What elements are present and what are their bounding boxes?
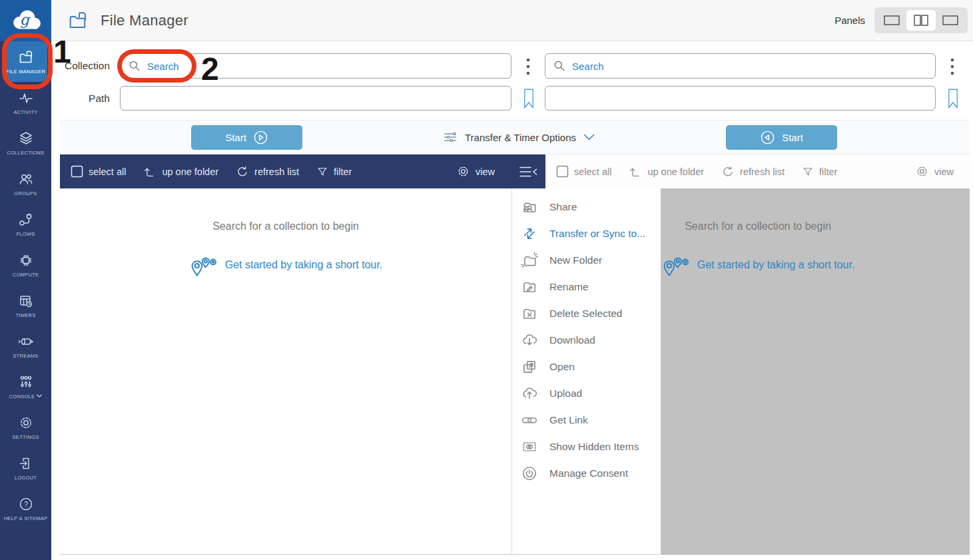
- timers-icon: [18, 293, 34, 309]
- sidebar-item-label: TIMERS: [15, 312, 35, 318]
- refresh-icon: [721, 165, 735, 178]
- path-input-right[interactable]: [545, 86, 936, 111]
- path-input-left[interactable]: [120, 86, 511, 111]
- collection-search-left: [120, 53, 511, 79]
- panels-control: Panels: [834, 7, 968, 33]
- menu-item-upload[interactable]: Upload: [512, 380, 659, 407]
- globus-logo[interactable]: g: [0, 0, 51, 41]
- sidebar-item-label: FILE MANAGER: [6, 69, 45, 75]
- up-one-folder-left[interactable]: up one folder: [143, 165, 218, 178]
- up-one-folder-right[interactable]: up one folder: [629, 165, 704, 178]
- groups-icon: [18, 171, 34, 187]
- menu-item-manage-consent[interactable]: Manage Consent: [512, 460, 659, 487]
- collection-label: Collection: [60, 60, 110, 72]
- menu-item-rename[interactable]: Rename: [512, 274, 659, 300]
- single-panel-left-button[interactable]: [877, 10, 906, 31]
- file-manager-title-icon: [66, 10, 90, 31]
- collection-menu-left-button[interactable]: [523, 57, 533, 77]
- collections-icon: [18, 131, 34, 146]
- menu-item-label: Show Hidden Items: [549, 441, 639, 453]
- sidebar-item-timers[interactable]: TIMERS: [0, 285, 51, 326]
- play-left-icon: [760, 130, 775, 145]
- download-icon: [520, 332, 539, 349]
- sidebar-item-help-sitemap[interactable]: ? HELP & SITEMAP: [0, 488, 51, 529]
- select-all-right[interactable]: select all: [556, 165, 611, 178]
- search-icon: [128, 59, 141, 73]
- sidebar-item-logout[interactable]: LOGOUT: [0, 447, 51, 488]
- bookmark-left-button[interactable]: [523, 87, 534, 110]
- view-right[interactable]: view: [915, 164, 954, 178]
- empty-state-left: Search for a collection to begin Get sta…: [60, 188, 511, 276]
- sidebar-item-file-manager[interactable]: FILE MANAGER: [5, 41, 47, 82]
- sidebar-item-activity[interactable]: ACTIVITY: [0, 82, 51, 123]
- filter-left[interactable]: filter: [316, 166, 352, 178]
- collapse-menu-button[interactable]: [519, 165, 537, 178]
- collection-search-input-right[interactable]: [545, 53, 936, 79]
- link-icon: [520, 412, 539, 429]
- filter-right[interactable]: filter: [802, 166, 837, 178]
- tour-link-left[interactable]: Get started by taking a short tour.: [189, 254, 383, 276]
- kebab-menu-icon: [526, 57, 530, 76]
- collapse-menu-icon: [519, 165, 537, 178]
- collection-search-input-left[interactable]: [120, 53, 511, 79]
- kebab-menu-icon: [950, 57, 954, 76]
- transfer-timer-options-dropdown[interactable]: Transfer & Timer Options: [443, 121, 595, 154]
- gear-icon: [915, 164, 929, 178]
- sidebar-item-compute[interactable]: COMPUTE: [0, 244, 51, 285]
- menu-item-get-link[interactable]: Get Link: [512, 407, 659, 433]
- view-left[interactable]: view: [456, 164, 495, 178]
- sidebar-item-settings[interactable]: SETTINGS: [0, 407, 51, 447]
- gear-icon: [456, 164, 470, 178]
- logout-icon: [18, 455, 34, 471]
- play-right-icon: [253, 130, 268, 145]
- sidebar-item-streams[interactable]: STREAMS: [0, 326, 51, 366]
- dual-panel-button[interactable]: [906, 10, 936, 31]
- menu-item-open[interactable]: Open: [512, 354, 659, 380]
- sidebar-item-label: FLOWS: [16, 231, 35, 237]
- view-label: view: [934, 166, 954, 177]
- delete-icon: [520, 305, 539, 322]
- menu-item-show-hidden[interactable]: Show Hidden Items: [512, 433, 659, 460]
- sidebar-item-label: ACTIVITY: [13, 109, 37, 115]
- tour-link-right[interactable]: Get started by taking a short tour.: [661, 254, 855, 276]
- menu-item-share[interactable]: Share: [512, 194, 659, 220]
- refresh-list-label: refresh list: [254, 166, 299, 177]
- sidebar-item-groups[interactable]: GROUPS: [0, 163, 51, 204]
- flows-icon: [18, 212, 34, 228]
- file-manager-icon: [17, 49, 35, 65]
- panels-label: Panels: [834, 15, 865, 26]
- menu-item-label: New Folder: [549, 254, 602, 266]
- bookmark-right-button[interactable]: [948, 87, 958, 110]
- start-transfer-left-button[interactable]: Start: [191, 125, 302, 150]
- sidebar-item-console[interactable]: CONSOLE: [0, 366, 51, 407]
- sidebar-item-label: LOGOUT: [15, 475, 37, 481]
- up-one-folder-label: up one folder: [162, 166, 218, 177]
- refresh-list-right[interactable]: refresh list: [721, 165, 785, 178]
- upload-icon: [520, 385, 539, 402]
- menu-item-new-folder[interactable]: New Folder: [512, 247, 659, 274]
- menu-item-download[interactable]: Download: [512, 327, 659, 354]
- sidebar-item-label: COLLECTIONS: [7, 150, 44, 156]
- path-label: Path: [60, 93, 110, 105]
- collection-menu-right-button[interactable]: [948, 57, 957, 77]
- start-transfer-right-button[interactable]: Start: [726, 125, 837, 150]
- sidebar-item-collections[interactable]: COLLECTIONS: [0, 123, 51, 163]
- menu-item-transfer-or-sync[interactable]: Transfer or Sync to...: [512, 220, 659, 247]
- transfer-sync-icon: [520, 225, 539, 242]
- sidebar-item-flows[interactable]: FLOWS: [0, 204, 51, 244]
- single-panel-right-button[interactable]: [936, 10, 965, 31]
- refresh-list-left[interactable]: refresh list: [236, 165, 299, 178]
- compute-icon: [18, 252, 34, 268]
- up-one-folder-icon: [629, 165, 642, 178]
- filter-label: filter: [819, 166, 837, 177]
- menu-item-delete-selected[interactable]: Delete Selected: [512, 300, 659, 327]
- menu-item-label: Transfer or Sync to...: [549, 228, 645, 240]
- activity-icon: [18, 90, 34, 106]
- select-all-left[interactable]: select all: [71, 165, 126, 178]
- dual-panel-icon: [912, 13, 930, 27]
- menu-item-label: Rename: [549, 281, 589, 293]
- file-list-panel-left: Search for a collection to begin Get sta…: [60, 188, 511, 555]
- up-one-folder-icon: [143, 165, 157, 178]
- menu-item-label: Delete Selected: [549, 308, 622, 320]
- action-menu-panel: Share Transfer or Sync to... New Folder …: [511, 188, 659, 555]
